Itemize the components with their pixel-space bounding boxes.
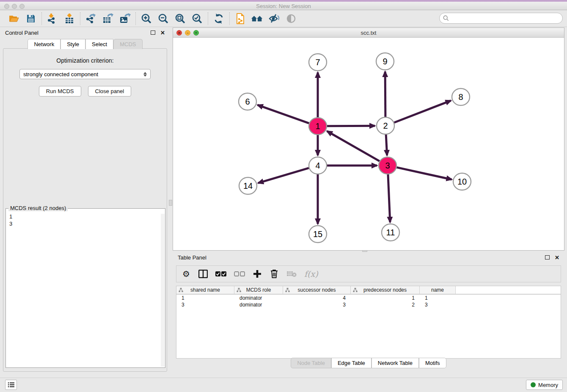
search-input[interactable] [439, 13, 563, 24]
hide-selected-icon[interactable] [268, 12, 281, 25]
search-box[interactable] [439, 13, 563, 24]
graph-edge-3-11[interactable] [388, 174, 390, 222]
export-network-icon[interactable] [85, 12, 97, 25]
select-all-icon[interactable] [215, 269, 226, 279]
window-title: Session: New Session [0, 3, 567, 9]
node-table: shared name MCDS role successor nodes pr… [176, 286, 561, 359]
vertical-splitter-handle[interactable] [169, 200, 172, 206]
function-builder-icon[interactable]: f(x) [304, 269, 318, 279]
tab-network-table[interactable]: Network Table [372, 358, 419, 368]
column-header-shared-name[interactable]: shared name [176, 286, 234, 294]
close-panel-icon[interactable]: ✕ [160, 30, 165, 36]
show-all-icon[interactable] [285, 12, 297, 25]
graph-node-label-10: 10 [457, 177, 467, 186]
selected-criterion: strongly connected component [23, 71, 143, 77]
export-image-icon[interactable] [118, 12, 131, 25]
graph-node-label-1: 1 [315, 121, 320, 131]
main-toolbar [0, 10, 567, 27]
column-header-name[interactable]: name [420, 286, 456, 294]
control-panel: Control Panel ✕ Network Style Select MCD… [0, 27, 170, 373]
top-strip [0, 0, 567, 2]
tab-node-table[interactable]: Node Table [291, 358, 331, 368]
add-column-icon[interactable] [253, 269, 262, 279]
table-tabs: Node Table Edge Table Network Table Moti… [173, 358, 564, 368]
network-minimize-button[interactable]: − [185, 30, 190, 36]
delete-table-icon[interactable] [286, 269, 297, 279]
float-table-panel-icon[interactable] [545, 255, 550, 259]
table-toolbar: ⚙ f(x) [176, 265, 561, 282]
run-mcds-button[interactable]: Run MCDS [39, 86, 81, 97]
delete-column-icon[interactable] [270, 269, 279, 279]
import-table-icon[interactable] [63, 12, 76, 25]
float-panel-icon[interactable] [151, 30, 155, 35]
network-view-window: ✕ − + scc.txt 7968124314101511 [173, 28, 564, 251]
first-neighbors-icon[interactable] [251, 12, 264, 25]
column-type-icon [353, 288, 358, 293]
column-header-mcds-role[interactable]: MCDS role [234, 286, 283, 294]
graph-edge-3-1[interactable] [327, 131, 380, 161]
refresh-layout-icon[interactable] [212, 12, 225, 25]
task-history-button[interactable] [5, 380, 17, 390]
graph-edge-1-2[interactable] [327, 126, 375, 126]
zoom-selected-icon[interactable] [191, 12, 204, 25]
table-header-row: shared name MCDS role successor nodes pr… [176, 286, 561, 295]
table-row[interactable]: 3 dominator 3 2 3 [176, 301, 561, 308]
tab-motifs[interactable]: Motifs [419, 358, 446, 368]
graph-edge-2-9[interactable] [385, 72, 385, 117]
tab-network[interactable]: Network [28, 39, 61, 49]
graph-node-label-4: 4 [315, 161, 320, 170]
tab-edge-table[interactable]: Edge Table [331, 358, 372, 368]
column-type-icon [237, 288, 241, 293]
control-panel-tabs: Network Style Select MCDS [0, 39, 170, 49]
graph-node-label-9: 9 [383, 57, 387, 66]
graph-node-label-7: 7 [315, 58, 320, 67]
mcds-result-text[interactable]: 1 3 [9, 213, 161, 367]
optimization-criterion-select[interactable]: strongly connected component [19, 69, 151, 79]
column-header-successor-nodes[interactable]: successor nodes [283, 286, 351, 294]
graph-node-label-2: 2 [383, 121, 388, 130]
graph-edge-2-8[interactable] [394, 101, 451, 123]
graph-node-label-6: 6 [245, 97, 250, 106]
network-graph[interactable]: 7968124314101511 [173, 38, 564, 250]
table-settings-icon[interactable]: ⚙ [182, 269, 191, 279]
graph-edge-1-6[interactable] [258, 105, 309, 123]
network-window-title: scc.txt [173, 28, 564, 36]
mcds-result-box: MCDS result (2 nodes) 1 3 [6, 208, 165, 368]
open-session-icon[interactable] [8, 12, 20, 25]
table-panel-title: Table Panel [178, 254, 206, 261]
graph-node-label-14: 14 [243, 181, 253, 190]
column-type-icon [285, 288, 290, 293]
column-header-predecessor-nodes[interactable]: predecessor nodes [351, 286, 420, 294]
dropdown-arrows-icon [143, 72, 147, 77]
memory-button[interactable]: Memory [526, 380, 563, 390]
list-icon [8, 382, 14, 388]
network-window-titlebar[interactable]: ✕ − + scc.txt [173, 28, 564, 38]
network-maximize-button[interactable]: + [193, 30, 199, 36]
zoom-fit-icon[interactable] [174, 12, 187, 25]
zoom-in-icon[interactable] [140, 12, 153, 25]
zoom-out-icon[interactable] [157, 12, 170, 25]
save-session-icon[interactable] [25, 12, 37, 25]
import-network-icon[interactable] [46, 12, 59, 25]
table-panel: Table Panel ✕ ⚙ f(x) shared name [173, 252, 564, 374]
clone-network-icon[interactable] [234, 12, 247, 25]
graph-edge-3-10[interactable] [397, 167, 452, 179]
close-panel-button[interactable]: Close panel [88, 86, 132, 97]
graph-edge-4-14[interactable] [258, 168, 309, 183]
export-table-icon[interactable] [102, 12, 114, 25]
optimization-criterion-label: Optimization criterion: [3, 57, 167, 64]
app-titlebar: Session: New Session [0, 0, 567, 10]
graph-node-label-11: 11 [386, 228, 395, 237]
result-scrollbar[interactable] [161, 214, 165, 367]
tab-select[interactable]: Select [85, 39, 113, 49]
deselect-all-icon[interactable] [234, 269, 245, 279]
table-row[interactable]: 1 dominator 4 1 1 [176, 295, 561, 301]
column-type-icon [179, 288, 183, 293]
tab-mcds[interactable]: MCDS [113, 39, 142, 49]
network-close-button[interactable]: ✕ [176, 30, 182, 36]
graph-node-label-3: 3 [385, 161, 390, 170]
graph-edge-2-3[interactable] [386, 135, 387, 155]
tab-style[interactable]: Style [61, 39, 85, 49]
column-layout-icon[interactable] [198, 269, 208, 279]
close-table-panel-icon[interactable]: ✕ [555, 254, 559, 261]
